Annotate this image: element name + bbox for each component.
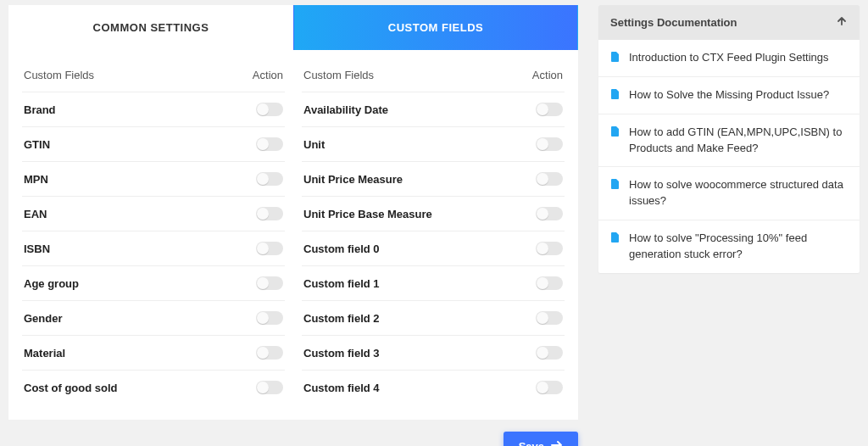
custom-fields-panel: Custom Fields Action Brand GTIN MPN EAN … — [8, 50, 578, 420]
field-row: Material — [22, 336, 285, 371]
doc-link[interactable]: How to add GTIN (EAN,MPN,UPC,ISBN) to Pr… — [598, 114, 860, 168]
field-label: Custom field 2 — [303, 312, 380, 325]
field-label: Unit Price Base Measure — [303, 208, 432, 220]
main-area: COMMON SETTINGS CUSTOM FIELDS Custom Fie… — [8, 5, 578, 446]
toggle-switch[interactable] — [536, 207, 563, 220]
toggle-switch[interactable] — [536, 172, 563, 186]
toggle-switch[interactable] — [256, 346, 283, 360]
toggle-switch[interactable] — [256, 276, 283, 290]
arrow-right-icon — [551, 440, 563, 446]
toggle-switch[interactable] — [536, 311, 563, 325]
doc-text: Introduction to CTX Feed Plugin Settings — [629, 50, 829, 66]
doc-text: How to Solve the Missing Product Issue? — [629, 87, 829, 103]
field-label: MPN — [24, 173, 48, 186]
doc-text: How to add GTIN (EAN,MPN,UPC,ISBN) to Pr… — [629, 125, 848, 157]
field-row: Unit — [302, 127, 565, 162]
docs-card: Settings Documentation Introduction to C… — [598, 5, 860, 273]
doc-link[interactable]: How to Solve the Missing Product Issue? — [598, 77, 860, 114]
save-label: Save — [519, 440, 544, 446]
field-row: EAN — [22, 197, 285, 231]
field-row: Unit Price Measure — [302, 162, 565, 197]
tab-custom-label: CUSTOM FIELDS — [388, 21, 483, 34]
toggle-switch[interactable] — [256, 172, 283, 186]
field-row: ISBN — [22, 231, 285, 266]
toggle-switch[interactable] — [536, 137, 563, 151]
file-icon — [610, 178, 620, 192]
field-label: Custom field 4 — [303, 382, 380, 394]
toggle-switch[interactable] — [536, 242, 563, 255]
field-label: GTIN — [24, 138, 50, 151]
field-label: Brand — [24, 103, 56, 116]
field-label: Availability Date — [303, 103, 388, 116]
docs-title: Settings Documentation — [610, 16, 737, 29]
tab-custom-fields[interactable]: CUSTOM FIELDS — [293, 5, 578, 50]
collapse-icon — [836, 15, 848, 30]
field-label: Custom field 3 — [303, 347, 380, 360]
file-icon — [610, 51, 620, 65]
actions-bar: Save — [8, 432, 578, 446]
field-row: Custom field 3 — [302, 336, 565, 371]
tab-common-label: COMMON SETTINGS — [93, 21, 209, 34]
docs-header[interactable]: Settings Documentation — [598, 5, 860, 40]
field-label: Material — [24, 347, 65, 360]
field-label: Custom field 1 — [303, 277, 380, 290]
toggle-switch[interactable] — [536, 103, 563, 116]
field-row: Availability Date — [302, 92, 565, 127]
field-label: Unit — [303, 138, 325, 151]
field-label: Cost of good sold — [24, 382, 117, 394]
toggle-switch[interactable] — [256, 311, 283, 325]
toggle-switch[interactable] — [256, 103, 283, 116]
header-action: Action — [253, 69, 283, 81]
file-icon — [610, 125, 620, 140]
header-label: Custom Fields — [24, 69, 94, 81]
doc-text: How to solve "Processing 10%" feed gener… — [629, 231, 848, 263]
doc-link[interactable]: Introduction to CTX Feed Plugin Settings — [598, 40, 860, 77]
file-icon — [610, 88, 620, 103]
field-row: Gender — [22, 301, 285, 336]
field-row: Cost of good sold — [22, 371, 285, 404]
toggle-switch[interactable] — [536, 346, 563, 360]
tab-bar: COMMON SETTINGS CUSTOM FIELDS — [8, 5, 578, 50]
toggle-switch[interactable] — [536, 381, 563, 394]
field-row: Custom field 0 — [302, 231, 565, 266]
field-row: MPN — [22, 162, 285, 197]
doc-link[interactable]: How to solve "Processing 10%" feed gener… — [598, 220, 860, 273]
field-label: ISBN — [24, 243, 50, 255]
right-column: Custom Fields Action Availability Date U… — [302, 60, 565, 404]
right-column-header: Custom Fields Action — [302, 60, 565, 92]
field-row: Age group — [22, 266, 285, 301]
left-column: Custom Fields Action Brand GTIN MPN EAN … — [22, 60, 285, 404]
field-label: Custom field 0 — [303, 243, 380, 255]
header-action: Action — [532, 69, 563, 81]
toggle-switch[interactable] — [256, 381, 283, 394]
field-label: Gender — [24, 312, 63, 325]
field-label: Unit Price Measure — [303, 173, 403, 186]
doc-link[interactable]: How to solve woocommerce structured data… — [598, 167, 860, 220]
left-column-header: Custom Fields Action — [22, 60, 285, 92]
doc-text: How to solve woocommerce structured data… — [629, 177, 848, 209]
file-icon — [610, 231, 620, 246]
header-label: Custom Fields — [303, 69, 374, 81]
toggle-switch[interactable] — [536, 276, 563, 290]
sidebar: Settings Documentation Introduction to C… — [598, 5, 860, 273]
field-row: Custom field 2 — [302, 301, 565, 336]
field-row: Custom field 1 — [302, 266, 565, 301]
toggle-switch[interactable] — [256, 207, 283, 220]
tab-common-settings[interactable]: COMMON SETTINGS — [8, 5, 293, 50]
toggle-switch[interactable] — [256, 137, 283, 151]
field-label: Age group — [24, 277, 79, 290]
field-row: GTIN — [22, 127, 285, 162]
field-label: EAN — [24, 208, 47, 220]
field-row: Unit Price Base Measure — [302, 197, 565, 231]
toggle-switch[interactable] — [256, 242, 283, 255]
save-button[interactable]: Save — [504, 432, 578, 446]
field-row: Brand — [22, 92, 285, 127]
field-row: Custom field 4 — [302, 371, 565, 404]
